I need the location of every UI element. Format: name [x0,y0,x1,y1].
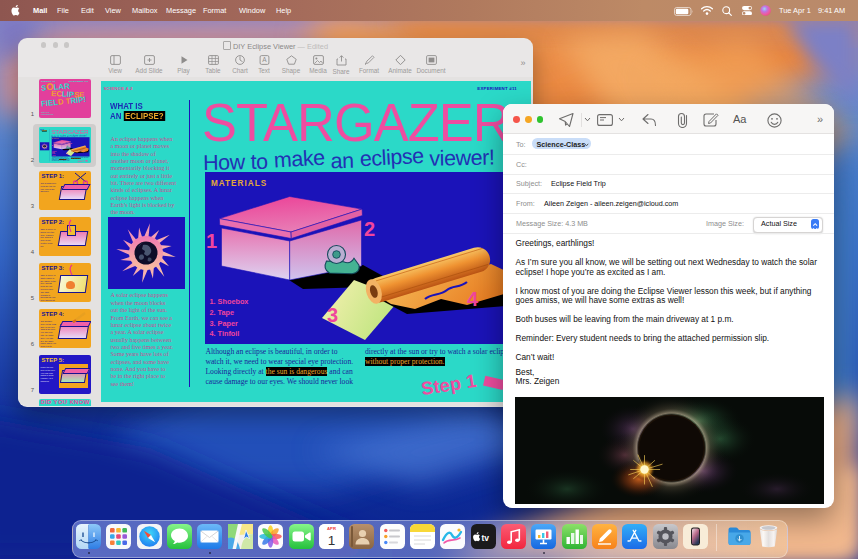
svg-text:4: 4 [83,151,85,153]
svg-text:1: 1 [51,144,53,146]
svg-text:tv: tv [481,533,489,543]
svg-text:2: 2 [364,218,375,240]
svg-text:4: 4 [467,288,479,310]
svg-text:3: 3 [66,152,68,154]
svg-text:1: 1 [328,533,336,548]
svg-text:A: A [262,56,267,63]
svg-text:APR: APR [327,526,336,531]
svg-text:3: 3 [327,304,338,326]
svg-text:2: 2 [70,143,72,145]
svg-text:1: 1 [206,230,217,252]
